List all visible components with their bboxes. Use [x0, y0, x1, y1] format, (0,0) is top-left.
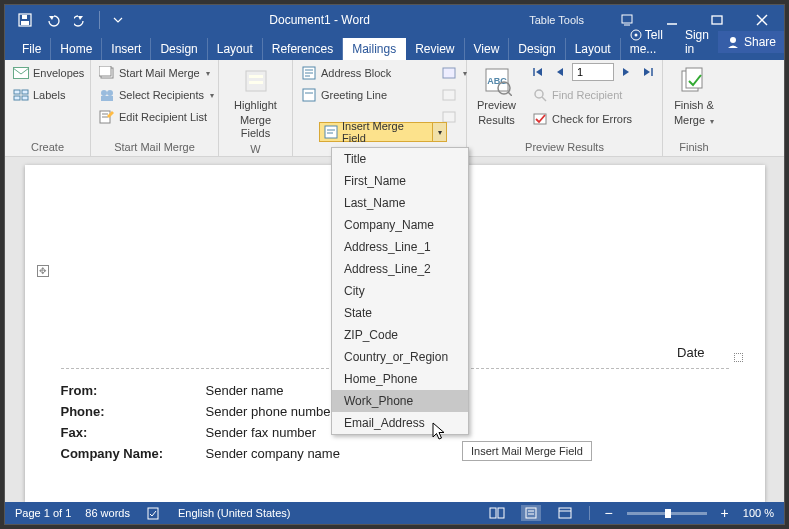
envelopes-button[interactable]: Envelopes [9, 63, 88, 83]
svg-rect-2 [22, 15, 27, 19]
sender-value[interactable]: Sender name [206, 383, 284, 398]
print-layout-icon[interactable] [521, 505, 541, 521]
sign-in[interactable]: Sign in [676, 24, 718, 60]
merge-field-item[interactable]: Company_Name [332, 214, 468, 236]
merge-field-item[interactable]: Home_Phone [332, 368, 468, 390]
tab-view[interactable]: View [465, 38, 510, 60]
svg-rect-11 [14, 68, 29, 79]
tab-insert[interactable]: Insert [102, 38, 151, 60]
group-writeinsert-label-partial: W [223, 143, 288, 158]
share-button[interactable]: Share [718, 31, 784, 53]
sender-value[interactable]: Sender phone number [206, 404, 335, 419]
svg-rect-5 [712, 16, 722, 24]
prev-record-button[interactable] [550, 63, 570, 81]
chevron-down-icon[interactable]: ▾ [432, 123, 446, 141]
redo-icon[interactable] [69, 8, 93, 32]
tab-home[interactable]: Home [51, 38, 102, 60]
svg-rect-26 [249, 81, 263, 84]
group-startmerge-label: Start Mail Merge [95, 141, 214, 156]
read-mode-icon[interactable] [487, 507, 507, 519]
tab-design[interactable]: Design [151, 38, 207, 60]
svg-point-18 [101, 90, 107, 96]
tab-references[interactable]: References [263, 38, 343, 60]
merge-field-item[interactable]: Address_Line_1 [332, 236, 468, 258]
tab-table-layout[interactable]: Layout [566, 38, 621, 60]
sender-row[interactable]: Company Name:Sender company name [61, 446, 729, 461]
svg-rect-51 [490, 508, 496, 518]
greeting-line-button[interactable]: Greeting Line [297, 85, 391, 105]
merge-field-item[interactable]: Address_Line_2 [332, 258, 468, 280]
group-preview-label: Preview Results [471, 141, 658, 156]
merge-field-item[interactable]: Country_or_Region [332, 346, 468, 368]
labels-button[interactable]: Labels [9, 85, 69, 105]
tab-review[interactable]: Review [406, 38, 464, 60]
mail-merge-icon [99, 65, 115, 81]
search-icon [532, 87, 548, 103]
next-record-button[interactable] [616, 63, 636, 81]
rules-icon [441, 65, 457, 81]
merge-field-item[interactable]: Title [332, 148, 468, 170]
web-layout-icon[interactable] [555, 507, 575, 519]
merge-field-item[interactable]: First_Name [332, 170, 468, 192]
chevron-down-icon: ▾ [204, 69, 210, 78]
zoom-out-button[interactable]: − [604, 505, 612, 521]
merge-field-item[interactable]: Work_Phone [332, 390, 468, 412]
svg-line-39 [508, 92, 512, 96]
sender-value[interactable]: Sender fax number [206, 425, 317, 440]
table-resize-handle[interactable] [734, 353, 743, 362]
start-mail-merge-button[interactable]: Start Mail Merge▾ [95, 63, 214, 83]
edit-recipient-list-button[interactable]: Edit Recipient List [95, 107, 211, 127]
tab-mailings[interactable]: Mailings [343, 38, 406, 60]
tab-layout[interactable]: Layout [208, 38, 263, 60]
select-recipients-button[interactable]: Select Recipients▾ [95, 85, 218, 105]
insert-merge-field-button-active[interactable]: Insert Merge Field ▾ [319, 122, 447, 142]
sender-value[interactable]: Sender company name [206, 446, 340, 461]
svg-rect-20 [101, 96, 113, 101]
tell-me[interactable]: Tell me... [621, 24, 676, 60]
undo-icon[interactable] [41, 8, 65, 32]
tab-table-design[interactable]: Design [509, 38, 565, 60]
check-errors-button[interactable]: Check for Errors [528, 109, 658, 129]
rules-button[interactable]: ▾ [437, 63, 471, 83]
window-title: Document1 - Word [130, 13, 509, 27]
page-indicator[interactable]: Page 1 of 1 [15, 507, 71, 519]
word-count[interactable]: 86 words [85, 507, 130, 519]
language-indicator[interactable]: English (United States) [178, 507, 291, 519]
last-record-button[interactable] [638, 63, 658, 81]
merge-field-item[interactable]: State [332, 302, 468, 324]
svg-rect-31 [303, 89, 315, 101]
first-record-button[interactable] [528, 63, 548, 81]
highlight-icon [240, 65, 272, 97]
record-number-input[interactable] [572, 63, 614, 81]
merge-field-icon [324, 125, 338, 139]
zoom-slider[interactable] [627, 512, 707, 515]
merge-field-item[interactable]: ZIP_Code [332, 324, 468, 346]
highlight-merge-fields-button[interactable]: Highlight Merge Fields [223, 63, 288, 143]
svg-text:ABC: ABC [487, 76, 507, 86]
svg-rect-50 [148, 508, 158, 519]
svg-line-43 [542, 97, 546, 101]
svg-rect-1 [21, 21, 29, 25]
address-block-button[interactable]: Address Block [297, 63, 395, 83]
qat-customize-icon[interactable] [106, 8, 130, 32]
zoom-in-button[interactable]: + [721, 505, 729, 521]
table-move-handle[interactable]: ✥ [37, 265, 49, 277]
save-icon[interactable] [13, 8, 37, 32]
chevron-down-icon: ▾ [208, 91, 214, 100]
greeting-icon [301, 87, 317, 103]
merge-field-item[interactable]: Last_Name [332, 192, 468, 214]
svg-rect-15 [22, 96, 28, 100]
preview-results-button[interactable]: ABC Preview Results [471, 63, 522, 129]
tab-file[interactable]: File [13, 38, 51, 60]
mouse-cursor [432, 422, 448, 442]
group-create-label: Create [9, 141, 86, 156]
svg-rect-3 [622, 15, 632, 23]
match-fields-button[interactable] [437, 85, 461, 105]
finish-merge-button[interactable]: Finish & Merge ▾ [670, 63, 718, 129]
proofing-icon[interactable] [144, 506, 164, 520]
zoom-level[interactable]: 100 % [743, 507, 774, 519]
envelope-icon [13, 65, 29, 81]
find-recipient-button[interactable]: Find Recipient [528, 85, 658, 105]
chevron-down-icon: ▾ [708, 117, 714, 126]
merge-field-item[interactable]: City [332, 280, 468, 302]
